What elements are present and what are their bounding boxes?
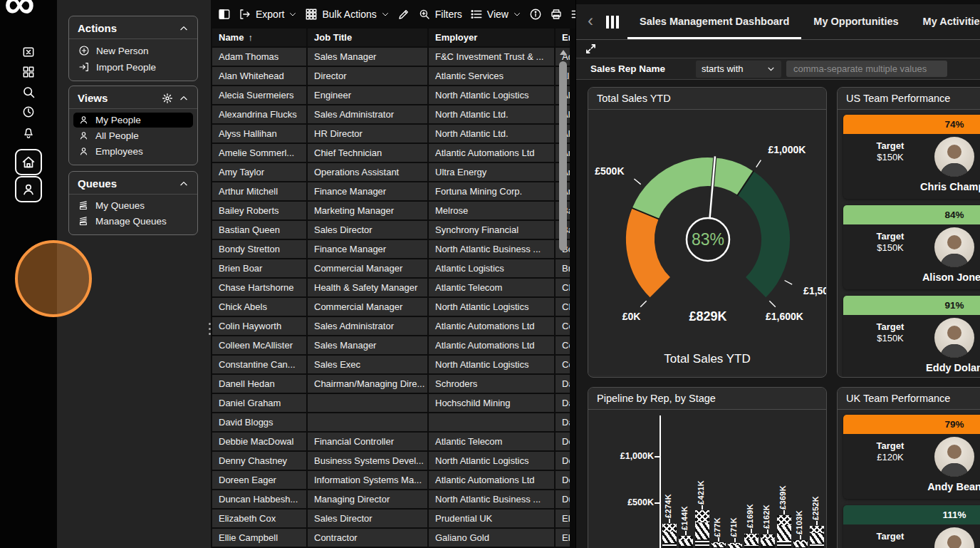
import-icon	[78, 61, 90, 73]
table-row[interactable]: Chick AbelsCommercial ManagerNorth Atlan…	[212, 297, 570, 316]
expand-icon[interactable]	[585, 43, 596, 54]
queues-card: Queues My Queues Manage Queues	[68, 171, 198, 235]
gear-icon[interactable]	[162, 93, 173, 104]
filter-value-input[interactable]	[786, 61, 947, 77]
table-row[interactable]: Chase HartshorneHealth & Safety ManagerA…	[212, 278, 570, 297]
action-import-people[interactable]: Import People	[73, 59, 193, 75]
column-header[interactable]: Job Title	[307, 29, 428, 47]
column-header[interactable]: Name↑	[212, 29, 307, 47]
view-item-my-people[interactable]: My People	[73, 113, 193, 128]
table-row[interactable]: Adam ThomasSales ManagerF&C Investment T…	[212, 47, 570, 66]
pipeline-chart-card: Pipeline by Rep, by Stage £1,000K£500K£2…	[588, 387, 827, 548]
table-row[interactable]: Daniel GrahamHochschild MiningDa	[212, 393, 570, 413]
table-row[interactable]: Bondy StrettonFinance ManagerNorth Atlan…	[212, 239, 570, 259]
pipeline-bar[interactable]	[777, 515, 791, 548]
notifications-bell-icon[interactable]	[21, 124, 36, 140]
view-item-employees[interactable]: Employees	[73, 144, 193, 159]
pipeline-bar[interactable]	[679, 536, 693, 548]
table-row[interactable]: Alyss HallihanHR DirectorNorth Atlantic …	[212, 124, 570, 143]
table-row[interactable]: Bastian QueenSales DirectorSynchrony Fin…	[212, 220, 570, 239]
pipeline-bar[interactable]	[728, 543, 742, 548]
table-row[interactable]: Colin HayworthSales AdministratorAtlanti…	[212, 316, 570, 336]
column-header[interactable]: Employer	[428, 29, 555, 47]
columns-icon[interactable]	[606, 16, 619, 29]
filters-label: Filters	[435, 9, 462, 20]
people-section-button[interactable]	[15, 176, 42, 202]
column-header[interactable]: Email	[555, 29, 570, 47]
table-row[interactable]: Constantine Can...Sales ExecNorth Atlant…	[212, 355, 570, 374]
table-row[interactable]: Brien BoarCommercial ManagerAtlantic Log…	[212, 259, 570, 278]
filters-button[interactable]: Filters	[418, 8, 462, 21]
table-row[interactable]: Amy TaylorOperations AssistantUltra Ener…	[212, 162, 570, 182]
queue-stack-icon	[78, 216, 89, 227]
tab-sales-management-dashboard[interactable]: Sales Management Dashboard	[627, 4, 801, 39]
pipeline-bar[interactable]	[744, 534, 759, 548]
scrollbar-thumb[interactable]	[559, 61, 567, 251]
edit-button[interactable]	[397, 8, 410, 21]
team-member-card[interactable]: 84% Target $150K Alison Jones	[843, 205, 980, 289]
pipeline-bar[interactable]	[761, 534, 775, 548]
target-label: Target	[869, 140, 912, 151]
pipeline-bar[interactable]	[695, 510, 709, 548]
action-new-person[interactable]: New Person	[73, 43, 193, 58]
actions-header[interactable]: Actions	[69, 16, 197, 39]
print-button[interactable]	[550, 8, 563, 21]
filter-operator-select[interactable]: starts with	[696, 61, 781, 78]
us-team-performance-card: US Team Performance 74% Target $150K Chr…	[837, 87, 980, 378]
table-row[interactable]: Elizabeth CoxSales DirectorPrudential UK…	[212, 509, 570, 528]
kiosk-icon[interactable]	[21, 44, 36, 60]
recent-clock-icon[interactable]	[21, 104, 36, 120]
info-button[interactable]	[529, 8, 542, 21]
team-member-card[interactable]: 79% Target £120K Andy Bean	[843, 415, 980, 499]
scroll-up-arrow-icon[interactable]	[560, 50, 567, 55]
views-header[interactable]: Views	[69, 86, 197, 109]
views-title: Views	[78, 92, 108, 104]
queue-item-my-queues[interactable]: My Queues	[73, 198, 193, 213]
table-row[interactable]: Danell HedanChairman/Managing Dire...Sch…	[212, 374, 570, 393]
view-item-all-people[interactable]: All People	[73, 128, 193, 143]
table-row[interactable]: Alexandrina FlucksSales AdministratorNor…	[212, 105, 570, 124]
table-row[interactable]: Denny ChastneyBusiness Systems Devel...N…	[212, 451, 570, 470]
table-row[interactable]: Ellie CampbellContractorGaliano GoldEl	[212, 528, 570, 547]
target-block: Target $150K	[869, 140, 912, 162]
panel-resize-handle[interactable]	[209, 323, 212, 338]
avatar	[934, 318, 974, 358]
table-cell: Sales Administrator	[307, 316, 428, 336]
tab-my-activities[interactable]: My Activities	[911, 4, 980, 39]
table-row[interactable]: Debbie MacDowalFinancial ControllerAtlan…	[212, 432, 570, 451]
team-member-card[interactable]: 91% Target $150K Eddy Dolan	[843, 296, 980, 378]
table-cell: Financial Controller	[307, 432, 428, 451]
view-button[interactable]: View	[470, 8, 521, 21]
apps-grid-icon[interactable]	[21, 64, 36, 80]
table-row[interactable]: Arthur MitchellFinance ManagerFortuna Mi…	[212, 182, 570, 201]
queues-header[interactable]: Queues	[69, 172, 197, 195]
table-row[interactable]: Alan WhiteheadDirectorAtlantic Servicesa…	[212, 66, 570, 86]
table-row[interactable]: David BloggsDa	[212, 413, 570, 432]
bulk-actions-button[interactable]: Bulk Actions	[305, 8, 389, 21]
people-table: Name↑Job TitleEmployerEmail Adam ThomasS…	[211, 29, 571, 548]
pipeline-bar[interactable]	[662, 524, 677, 548]
table-cell: Bondy Stretton	[212, 239, 307, 259]
pipeline-bar[interactable]	[711, 542, 726, 548]
team-member-card[interactable]: 74% Target $150K Chris Champr	[843, 115, 980, 199]
table-scrollbar[interactable]	[558, 50, 568, 545]
table-row[interactable]: Doreen EagerInformation Systems Ma...Atl…	[212, 470, 570, 490]
tab-my-opportunities[interactable]: My Opportunities	[801, 4, 910, 39]
table-row[interactable]: Amelie Sommerl...Chief TechnicianAtlanti…	[212, 143, 570, 162]
panel-toggle-button[interactable]	[218, 8, 231, 21]
pipeline-bar[interactable]	[810, 526, 824, 548]
table-cell: North Atlantic Business ...	[428, 490, 555, 509]
view-label: My People	[95, 115, 141, 125]
back-chevron-icon[interactable]: ‹	[585, 11, 600, 33]
table-row[interactable]: Colleen McAllisterSales ManagerAtlantic …	[212, 336, 570, 355]
team-member-card[interactable]: 111% Target	[843, 505, 980, 548]
table-row[interactable]: Alecia SuermeiersEngineerNorth Atlantic …	[212, 86, 570, 105]
target-block: Target £120K	[869, 440, 912, 462]
pipeline-bar[interactable]	[793, 540, 808, 548]
queue-item-manage-queues[interactable]: Manage Queues	[73, 214, 193, 229]
table-row[interactable]: Duncan Habbesh...Managing DirectorNorth …	[212, 490, 570, 509]
search-icon[interactable]	[21, 84, 36, 100]
export-button[interactable]: Export	[239, 8, 297, 21]
home-button[interactable]	[15, 149, 42, 175]
table-row[interactable]: Bailey RobertsMarketing ManagerMelroseBa	[212, 201, 570, 220]
